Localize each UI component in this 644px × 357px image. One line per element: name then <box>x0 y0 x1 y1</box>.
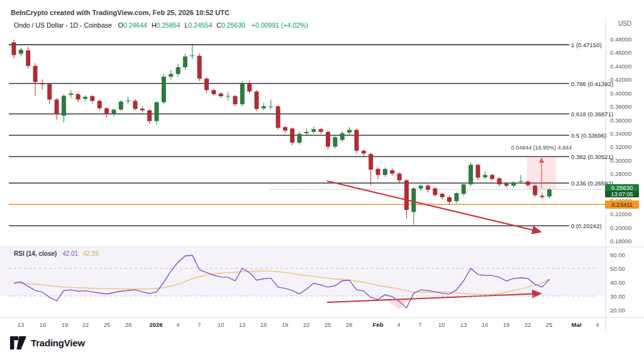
price-tick-label: 0.46000 <box>610 49 631 56</box>
time-tick-label: 10 <box>218 321 225 328</box>
candle-body <box>97 101 102 109</box>
rsi-tick-label: 60.00 <box>610 251 625 258</box>
rsi-value: 42.01 <box>62 250 78 257</box>
time-tick-label: Mar <box>572 321 582 328</box>
candle-body <box>133 101 138 109</box>
candle-body <box>255 92 259 109</box>
candle-body <box>519 181 523 182</box>
ohlc-values: O0.24644H0.25854L0.24554C0.25630 <box>114 21 245 29</box>
tradingview-logo[interactable]: TradingView <box>10 336 85 349</box>
price-tick-label: 0.40000 <box>610 89 631 96</box>
candle-body <box>269 106 273 107</box>
candle-body <box>219 94 223 96</box>
time-tick-label: 19 <box>503 321 510 328</box>
price-tick-label: 0.36000 <box>610 116 631 123</box>
candle-body <box>111 109 116 113</box>
measurement-box <box>527 157 556 189</box>
fib-label: 0 (0.20242) <box>571 222 602 229</box>
candle-body <box>311 129 316 132</box>
candle-body <box>547 190 552 197</box>
fib-level-lines <box>9 45 606 226</box>
time-tick-label: 16 <box>482 321 489 328</box>
candle-body <box>483 175 487 177</box>
candle-body <box>119 102 123 110</box>
candle-body <box>404 180 409 210</box>
alert-price-badge: 0.23411 <box>605 200 639 209</box>
candle-body <box>155 102 159 121</box>
candle-body <box>304 132 309 133</box>
rsi-legend[interactable]: RSI (14, close) 42.01 42.35 <box>14 250 99 257</box>
ohlc-key: C <box>216 21 221 29</box>
time-tick-label: 2026 <box>149 321 162 328</box>
candle-body <box>69 94 73 95</box>
candle-body <box>511 182 516 185</box>
candle-body <box>447 197 452 202</box>
rsi-breach-shading <box>387 300 409 309</box>
price-tick-label: 0.42000 <box>610 76 631 83</box>
candle-body <box>26 50 30 66</box>
candle-body <box>176 67 180 74</box>
candle-body <box>90 96 94 101</box>
candle-body <box>190 55 194 56</box>
time-tick-label: 22 <box>82 321 89 328</box>
ohlc-value: 0.24554 <box>188 21 212 29</box>
time-tick-label: 10 <box>438 321 445 328</box>
price-tick-label: 0.38000 <box>610 103 631 110</box>
candle-body <box>47 84 52 100</box>
candle-body <box>475 165 480 177</box>
time-tick-label: 25 <box>104 321 111 328</box>
candle-body <box>533 185 537 195</box>
candle-body <box>33 66 38 82</box>
time-tick-label: 28 <box>346 321 353 328</box>
time-tick-label: 19 <box>282 321 289 328</box>
candle-body <box>19 50 23 53</box>
candle-body <box>226 96 230 96</box>
candle-body <box>383 169 387 175</box>
time-tick-label: Feb <box>373 321 384 328</box>
time-tick-label: 16 <box>40 321 47 328</box>
candle-body <box>169 74 173 77</box>
time-tick-label: 25 <box>546 321 553 328</box>
price-tick-label: 0.48000 <box>610 36 631 43</box>
candle-body <box>397 173 402 180</box>
time-tick-label: 19 <box>62 321 69 328</box>
price-tick-label: 0.44000 <box>610 62 631 69</box>
candle-body <box>347 130 352 133</box>
tradingview-logo-text: TradingView <box>31 338 85 348</box>
time-tick-label: 13 <box>460 321 467 328</box>
time-tick-label: 7 <box>418 321 421 328</box>
price-tick-label: 0.28000 <box>610 170 631 177</box>
candle-body <box>12 42 16 55</box>
candle-body <box>233 96 237 104</box>
candle-body <box>76 94 80 100</box>
measurement-label: 0.04844 (18.90%) 4,844 <box>511 145 572 151</box>
candle-body <box>140 109 145 111</box>
time-tick-label: 4 <box>596 321 599 328</box>
price-tick-label: 0.32000 <box>610 143 631 150</box>
symbol-info-bar[interactable]: Ondo / US Dollar - 1D - Coinbase O0.2464… <box>14 21 308 29</box>
fib-label: 1 (0.47150) <box>571 41 602 48</box>
candle-body <box>369 154 373 170</box>
time-tick-label: 22 <box>303 321 310 328</box>
candle-body <box>283 127 287 130</box>
candle-body <box>147 111 152 121</box>
candle-body <box>340 133 345 140</box>
candle-body <box>333 137 337 146</box>
chart-canvas[interactable] <box>0 0 644 357</box>
price-tick-label: 0.18000 <box>610 238 631 244</box>
time-tick-label: 28 <box>125 321 132 328</box>
tradingview-logo-icon <box>10 336 26 349</box>
candle-body <box>540 196 545 197</box>
rsi-legend-title: RSI (14, close) <box>14 250 57 257</box>
candle-body <box>162 77 166 102</box>
candle-body <box>183 57 187 67</box>
time-tick-label: 4 <box>176 321 179 328</box>
ohlc-key: O <box>118 21 123 29</box>
rsi-tick-label: 40.00 <box>610 279 625 286</box>
candle-body <box>40 83 45 84</box>
price-tick-label: 0.30000 <box>610 157 631 163</box>
candle-body <box>104 108 109 114</box>
candle-body <box>440 194 445 197</box>
candle-body <box>204 79 209 90</box>
candle-body <box>419 185 423 188</box>
